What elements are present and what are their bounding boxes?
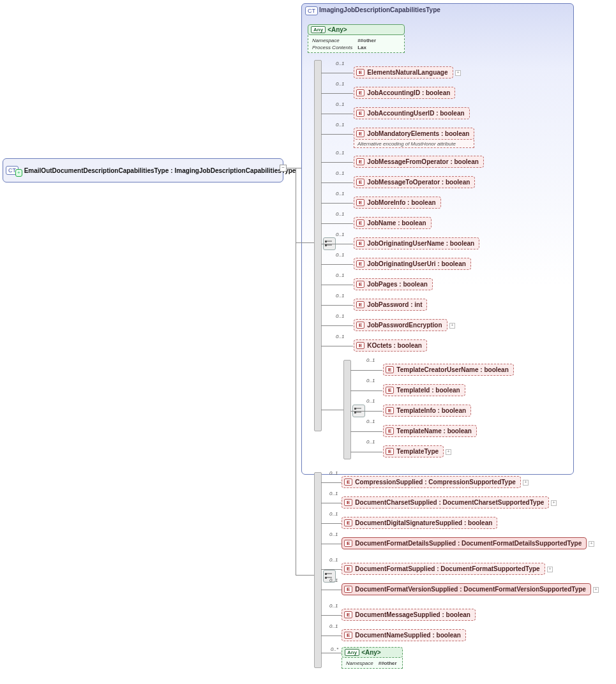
- element-label: TemplateId : boolean: [396, 387, 460, 394]
- e-badge-icon: E: [344, 632, 352, 639]
- element-node[interactable]: E JobPages : boolean: [354, 278, 433, 290]
- element-node[interactable]: E JobMandatoryElements : boolean: [354, 128, 474, 140]
- root-ct-label-left: EmailOutDocumentDescriptionCapabilitiesT…: [24, 167, 169, 174]
- svg-rect-9: [325, 577, 327, 579]
- e-badge-icon: E: [356, 301, 364, 308]
- connector-line: [321, 410, 343, 410]
- expand-icon[interactable]: +: [455, 70, 461, 76]
- element-label: TemplateName : boolean: [396, 428, 472, 435]
- expand-icon[interactable]: +: [551, 500, 557, 506]
- element-node[interactable]: E JobAccountingUserID : boolean: [354, 107, 470, 119]
- element-node[interactable]: E DocumentDigitalSignatureSupplied : boo…: [342, 517, 497, 529]
- element-node[interactable]: E DocumentNameSupplied : boolean: [342, 629, 466, 641]
- any-ns-value: ##other: [357, 38, 376, 43]
- e-badge-icon: E: [356, 130, 364, 137]
- e-badge-icon: E: [356, 69, 364, 76]
- any-badge-icon: Any: [345, 649, 359, 656]
- element-node[interactable]: E ElementsNaturalLanguage: [354, 66, 453, 78]
- element-label: JobMessageToOperator : boolean: [367, 179, 470, 186]
- expand-icon[interactable]: +: [589, 541, 594, 547]
- element-node[interactable]: E CompressionSupplied : CompressionSuppo…: [342, 476, 521, 488]
- connector-line: [321, 636, 342, 636]
- element-label: DocumentCharsetSupplied : DocumentCharse…: [355, 499, 544, 506]
- element-node[interactable]: E DocumentCharsetSupplied : DocumentChar…: [342, 496, 549, 509]
- element-label: DocumentMessageSupplied : boolean: [355, 611, 470, 618]
- element-node[interactable]: E DocumentFormatSupplied : DocumentForma…: [342, 563, 545, 575]
- svg-rect-0: [325, 241, 327, 242]
- element-label: JobMandatoryElements : boolean: [367, 130, 469, 137]
- connector-line: [321, 482, 342, 483]
- element-node[interactable]: E TemplateName : boolean: [383, 425, 477, 437]
- svg-rect-5: [354, 412, 356, 413]
- occurrence-label: 0..1: [336, 252, 344, 258]
- expand-icon[interactable]: +: [593, 587, 599, 593]
- root-ct-sep: :: [170, 167, 172, 174]
- expand-root-icon[interactable]: −: [280, 165, 287, 172]
- e-badge-icon: E: [356, 322, 364, 329]
- element-node[interactable]: E TemplateInfo : boolean: [383, 405, 471, 417]
- connector-line: [321, 523, 342, 524]
- element-node[interactable]: E JobName : boolean: [354, 217, 432, 229]
- element-node[interactable]: E TemplateType: [383, 445, 444, 457]
- group-bar: [314, 472, 322, 668]
- element-node[interactable]: E JobPasswordEncryption: [354, 319, 447, 331]
- connector-line: [321, 285, 353, 285]
- occurrence-label: 0..1: [329, 603, 338, 609]
- element-node[interactable]: E JobOriginatingUserName : boolean: [354, 237, 479, 249]
- any-wildcard-bottom: Any <Any> Namespace##other: [342, 647, 403, 669]
- occurrence-label: 0..1: [329, 511, 338, 517]
- plus-icon: +: [15, 169, 22, 177]
- element-label: JobName : boolean: [367, 219, 426, 227]
- expand-icon[interactable]: +: [449, 323, 455, 329]
- occurrence-label: 0..1: [336, 232, 344, 237]
- occurrence-label: 0..1: [336, 61, 344, 66]
- any-wildcard-label: <Any>: [327, 26, 347, 33]
- connector-line: [350, 411, 382, 412]
- occurrence-label: 0..1: [336, 272, 344, 278]
- element-node[interactable]: E KOctets : boolean: [354, 339, 427, 352]
- connector-line: [321, 615, 342, 616]
- element-node[interactable]: E DocumentFormatVersionSupplied : Docume…: [342, 583, 591, 595]
- e-badge-icon: E: [356, 260, 364, 267]
- svg-rect-8: [325, 573, 327, 575]
- connector-line: [321, 93, 353, 94]
- occurrence-label: 0..1: [329, 491, 338, 496]
- any-pc-value: Lax: [357, 45, 366, 50]
- occurrence-label: 0..1: [366, 378, 375, 383]
- element-node[interactable]: E TemplateId : boolean: [383, 384, 465, 396]
- expand-icon[interactable]: +: [523, 480, 529, 486]
- connector-line: [321, 544, 342, 544]
- element-node[interactable]: E DocumentMessageSupplied : boolean: [342, 609, 476, 621]
- expand-icon[interactable]: +: [547, 567, 553, 572]
- connector-line: [321, 244, 353, 244]
- connector-line: [321, 73, 353, 73]
- e-badge-icon: E: [344, 540, 352, 547]
- element-node[interactable]: E JobAccountingID : boolean: [354, 87, 455, 99]
- connector-line: [321, 264, 353, 265]
- element-node[interactable]: E TemplateCreatorUserName : boolean: [383, 364, 514, 376]
- ct-badge-panel: CT: [305, 6, 318, 15]
- any-wildcard-top: Any <Any> Namespace##other Process Conte…: [308, 24, 405, 53]
- element-label: JobMoreInfo : boolean: [367, 199, 435, 206]
- element-node[interactable]: E JobMessageFromOperator : boolean: [354, 156, 484, 168]
- element-label: DocumentFormatSupplied : DocumentFormatS…: [355, 565, 539, 572]
- occurrence-label: 0..1: [336, 122, 344, 128]
- element-node[interactable]: E JobMoreInfo : boolean: [354, 197, 441, 209]
- e-badge-icon: E: [356, 240, 364, 247]
- expand-icon[interactable]: +: [446, 449, 451, 455]
- occurrence-label: 0..1: [336, 191, 344, 197]
- element-node[interactable]: E DocumentFormatDetailsSupplied : Docume…: [342, 537, 587, 549]
- connector-line: [296, 168, 296, 576]
- e-badge-icon: E: [344, 565, 352, 572]
- element-node[interactable]: E JobMessageToOperator : boolean: [354, 176, 475, 188]
- occurrence-label: 0..1: [336, 170, 344, 176]
- element-node[interactable]: E JobOriginatingUserUri : boolean: [354, 258, 471, 270]
- any-badge-icon: Any: [311, 26, 326, 33]
- connector-line: [321, 203, 353, 204]
- element-node[interactable]: E JobPassword : int: [354, 299, 427, 311]
- any-pc-label: Process Contents: [312, 45, 352, 50]
- e-badge-icon: E: [356, 110, 364, 117]
- e-badge-icon: E: [344, 519, 352, 526]
- element-label: DocumentDigitalSignatureSupplied : boole…: [355, 519, 492, 526]
- element-label: DocumentFormatDetailsSupplied : Document…: [355, 540, 582, 547]
